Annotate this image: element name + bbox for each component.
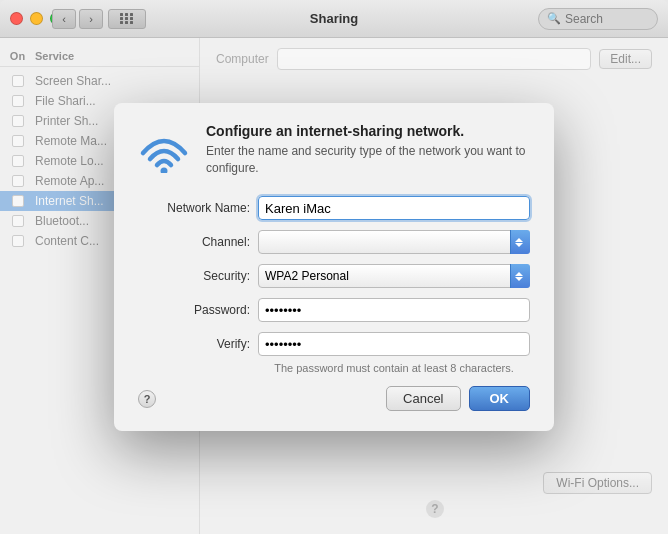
security-label: Security: [138, 269, 258, 283]
password-hint: The password must contain at least 8 cha… [138, 362, 530, 374]
password-row: Password: [138, 298, 530, 322]
verify-label: Verify: [138, 337, 258, 351]
wifi-icon [138, 127, 190, 173]
internet-sharing-dialog: Configure an internet-sharing network. E… [114, 103, 554, 432]
dialog-overlay: Configure an internet-sharing network. E… [0, 0, 668, 534]
dialog-buttons: ? Cancel OK [138, 386, 530, 411]
channel-select-wrapper [258, 230, 530, 254]
dialog-help-button[interactable]: ? [138, 390, 156, 408]
security-select-wrapper: WPA2 Personal [258, 264, 530, 288]
password-label: Password: [138, 303, 258, 317]
dialog-title-area: Configure an internet-sharing network. E… [206, 123, 530, 177]
security-row: Security: WPA2 Personal [138, 264, 530, 288]
chevron-down-icon [515, 277, 523, 281]
network-name-label: Network Name: [138, 201, 258, 215]
chevron-down-icon [515, 243, 523, 247]
dialog-header: Configure an internet-sharing network. E… [138, 123, 530, 177]
channel-select[interactable] [258, 230, 530, 254]
ok-button[interactable]: OK [469, 386, 531, 411]
verify-input[interactable] [258, 332, 530, 356]
chevron-up-icon [515, 238, 523, 242]
verify-row: Verify: [138, 332, 530, 356]
dialog-subtitle: Enter the name and security type of the … [206, 143, 530, 177]
network-name-input[interactable] [258, 196, 530, 220]
network-name-row: Network Name: [138, 196, 530, 220]
security-select[interactable]: WPA2 Personal [258, 264, 530, 288]
channel-arrow-icon [510, 230, 530, 254]
channel-row: Channel: [138, 230, 530, 254]
password-input[interactable] [258, 298, 530, 322]
security-arrow-icon [510, 264, 530, 288]
chevron-up-icon [515, 272, 523, 276]
dialog-btn-group: Cancel OK [386, 386, 530, 411]
cancel-button[interactable]: Cancel [386, 386, 460, 411]
svg-point-0 [161, 167, 168, 173]
dialog-title: Configure an internet-sharing network. [206, 123, 530, 139]
channel-label: Channel: [138, 235, 258, 249]
